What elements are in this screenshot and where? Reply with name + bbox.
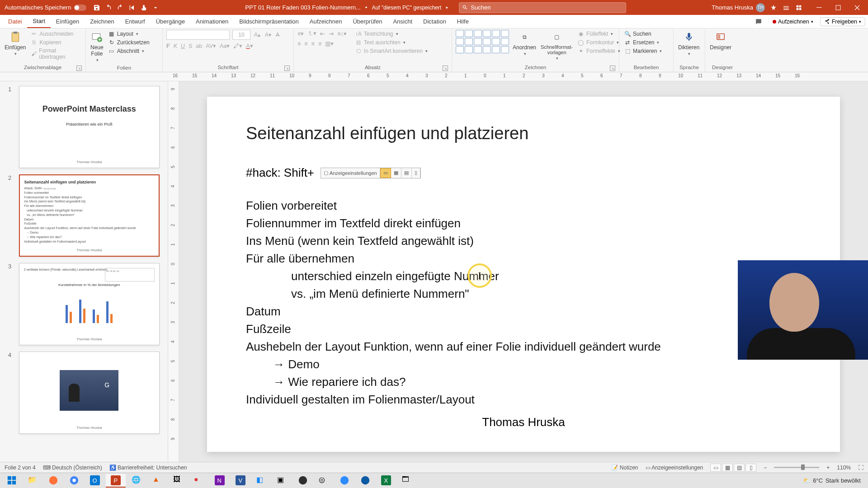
font-size-combo[interactable]: 10 — [232, 30, 250, 40]
justify-button[interactable]: ≡ — [318, 41, 321, 47]
display-settings-item[interactable]: ▢ Anzeigeeinstellungen — [321, 168, 380, 178]
smartart-button[interactable]: ⬡In SmartArt konvertieren▾ — [354, 47, 429, 55]
dictate-button[interactable]: Diktieren▾ — [677, 30, 700, 57]
font-family-combo[interactable] — [166, 30, 230, 40]
search-input[interactable]: Suchen — [459, 2, 626, 13]
slide-title[interactable]: Seitenanzahl einfügen und platzieren — [246, 124, 801, 143]
paste-button[interactable]: Einfügen▾ — [4, 30, 27, 57]
font-color-button[interactable]: A▾ — [246, 42, 253, 49]
drawing-dialog-launcher[interactable]: ↘ — [610, 66, 615, 71]
layout-button[interactable]: ▦Layout▾ — [107, 30, 151, 38]
text-direction-button[interactable]: ↕ATextrichtung▾ — [354, 30, 429, 38]
shape-fill-button[interactable]: ◉Fülleffekt▾ — [576, 30, 621, 38]
body-line[interactable]: unterschied einzeln eingefügte Nummer — [246, 267, 801, 285]
copy-button[interactable]: ⎘Kopieren — [29, 38, 82, 47]
zoom-level[interactable]: 110% — [837, 465, 851, 471]
strike-button[interactable]: S — [189, 43, 192, 49]
shapes-gallery[interactable] — [456, 30, 509, 53]
body-line[interactable]: Fußzeile — [246, 320, 801, 338]
reading-view-button[interactable]: ▤ — [734, 464, 745, 472]
minimize-button[interactable] — [810, 2, 828, 13]
slideshow-view-button[interactable]: ▯ — [745, 464, 756, 472]
shape-effects-button[interactable]: ✦Formeffekte▾ — [576, 47, 621, 55]
redo-icon[interactable] — [116, 4, 124, 12]
align-text-button[interactable]: ⊟Text ausrichten▾ — [354, 38, 429, 47]
taskbar-explorer[interactable]: 📁 — [23, 474, 42, 488]
body-line[interactable]: Datum — [246, 303, 801, 320]
line-spacing-button[interactable]: ≡↕▾ — [337, 30, 347, 37]
slide-author[interactable]: Thomas Hruska — [207, 415, 840, 429]
designer-button[interactable]: Designer — [709, 30, 732, 52]
taskbar-chrome[interactable] — [64, 474, 84, 488]
body-line[interactable]: Ins Menü (wenn kein Textfeld angewählt i… — [246, 232, 801, 250]
taskbar-vlc[interactable]: ▲ — [147, 474, 167, 488]
from-beginning-icon[interactable] — [128, 4, 136, 12]
tab-help[interactable]: Hilfe — [452, 15, 474, 28]
body-line[interactable]: Demo — [273, 357, 320, 371]
reset-button[interactable]: ↻Zurücksetzen — [107, 38, 151, 47]
weather-widget[interactable]: ⛅ 6°C Stark bewölkt — [797, 477, 866, 484]
taskbar-app-5[interactable]: ▣ — [272, 474, 292, 488]
font-dialog-launcher[interactable]: ↘ — [284, 66, 290, 71]
taskbar-edge[interactable] — [355, 474, 375, 488]
taskbar-app-6[interactable]: ◎ — [314, 474, 334, 488]
new-slide-button[interactable]: Neue Folie▾ — [90, 30, 104, 63]
tab-file[interactable]: Datei — [3, 15, 27, 28]
change-case-button[interactable]: Aa▾ — [220, 42, 230, 49]
thumbnail-slide-3[interactable]: 3 2 vertikale Achsen (Primär, sekundär) … — [8, 263, 160, 345]
arrange-button[interactable]: ⧉Anordnen▾ — [512, 30, 537, 57]
horizontal-ruler[interactable]: 1615141312111098765432101234567891011121… — [0, 72, 868, 81]
ribbon-display-icon[interactable] — [782, 4, 790, 12]
body-line[interactable]: Für alle übernehmen — [246, 250, 801, 267]
slide-counter[interactable]: Folie 2 von 4 — [5, 465, 36, 471]
highlight-button[interactable]: 🖍▾ — [233, 42, 242, 49]
shape-outline-button[interactable]: ◯Formkontur▾ — [576, 38, 621, 47]
saved-status[interactable]: Auf "diesem PC" gespeichert — [372, 5, 441, 11]
view-slideshow-icon[interactable]: ▯ — [412, 168, 420, 178]
app-launcher-icon[interactable] — [795, 4, 803, 12]
decrease-indent-button[interactable]: ⇤ — [320, 30, 325, 37]
paragraph-dialog-launcher[interactable]: ↘ — [443, 66, 448, 71]
view-reading-icon[interactable]: ▤ — [401, 168, 412, 178]
taskbar-app-4[interactable]: ◧ — [251, 474, 271, 488]
undo-icon[interactable] — [104, 4, 113, 12]
quick-styles-button[interactable]: ▢Schnellformat- vorlagen▾ — [540, 30, 574, 61]
taskbar-firefox[interactable] — [43, 474, 63, 488]
shrink-font-button[interactable]: A▾ — [264, 31, 272, 38]
italic-button[interactable]: K — [174, 43, 177, 49]
replace-button[interactable]: ⇄Ersetzen▾ — [623, 38, 663, 47]
body-line[interactable]: Individuell gestalten im Folienmaster/La… — [246, 391, 801, 408]
char-spacing-button[interactable]: AV▾ — [206, 42, 216, 49]
record-button[interactable]: Aufzeichnen▾ — [769, 17, 817, 26]
taskbar-zoom[interactable] — [335, 474, 354, 488]
share-button[interactable]: Freigeben▾ — [820, 17, 865, 26]
taskbar-excel[interactable]: X — [376, 474, 396, 488]
tab-view[interactable]: Ansicht — [387, 15, 418, 28]
body-line[interactable]: vs. „im Menü definierte Nummern" — [246, 285, 801, 303]
taskbar-app-1[interactable]: 🌐 — [127, 474, 146, 488]
bullets-button[interactable]: ≡▾ — [297, 30, 304, 37]
start-button[interactable] — [2, 474, 22, 488]
taskbar-onenote[interactable]: N — [210, 474, 230, 488]
tab-insert[interactable]: Einfügen — [51, 15, 85, 28]
increase-indent-button[interactable]: ⇥ — [329, 30, 334, 37]
taskbar-outlook[interactable]: O — [85, 474, 105, 488]
coming-soon-icon[interactable] — [769, 4, 778, 12]
touch-mode-icon[interactable] — [140, 4, 148, 12]
select-button[interactable]: ⬚Markieren▾ — [623, 47, 663, 55]
sorter-view-button[interactable]: ▦ — [722, 464, 733, 472]
body-line[interactable]: Folien vorbereitet — [246, 197, 801, 215]
maximize-button[interactable] — [829, 2, 847, 13]
tab-transitions[interactable]: Übergänge — [151, 15, 190, 28]
thumbnail-slide-2[interactable]: 2 Seitenanzahl einfügen und platzieren #… — [8, 174, 160, 257]
underline-button[interactable]: U — [181, 43, 185, 49]
numbering-button[interactable]: ⒈▾ — [307, 30, 316, 38]
taskbar-powerpoint[interactable]: P — [106, 474, 126, 488]
autosave-toggle[interactable]: Automatisches Speichern — [2, 4, 89, 11]
toggle-off-icon[interactable] — [74, 5, 86, 11]
zoom-in-button[interactable]: + — [826, 465, 830, 471]
taskbar-visio[interactable]: V — [231, 474, 250, 488]
tab-slideshow[interactable]: Bildschirmpräsentation — [234, 15, 304, 28]
taskbar-app-2[interactable]: 🖼 — [168, 474, 188, 488]
align-right-button[interactable]: ≡ — [311, 41, 315, 47]
